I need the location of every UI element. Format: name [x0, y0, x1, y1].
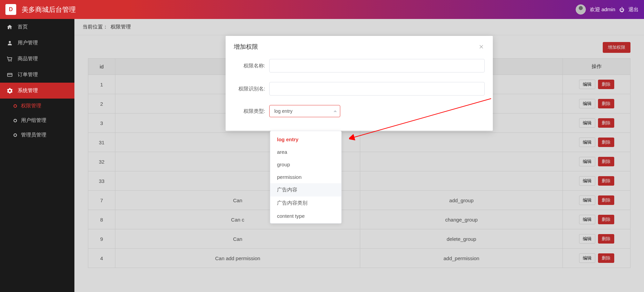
permission-type-select[interactable]: log entry	[269, 105, 340, 117]
sidebar-item-label: 商品管理	[18, 56, 38, 62]
dropdown-option[interactable]: 广告内容类别	[270, 196, 341, 210]
dropdown-option[interactable]: log entry	[270, 133, 341, 146]
sidebar: 首页 用户管理 商品管理 订单管理 系统管理	[0, 19, 74, 292]
power-icon[interactable]: ⏻	[619, 7, 624, 13]
sidebar-item-label: 用户管理	[18, 40, 38, 46]
dropdown-option[interactable]: 广告内容	[270, 183, 341, 196]
dropdown-option[interactable]: group	[270, 158, 341, 171]
dropdown-option[interactable]: area	[270, 146, 341, 158]
gear-icon	[7, 88, 13, 94]
welcome-text: 欢迎 admin	[590, 6, 615, 13]
sidebar-sub-label: 用户组管理	[21, 117, 46, 124]
permission-name-input[interactable]	[269, 59, 485, 72]
sidebar-item-label: 订单管理	[18, 71, 38, 78]
header-right: 欢迎 admin ⏻ 退出	[576, 4, 639, 15]
sidebar-sub-admins[interactable]: 管理员管理	[0, 128, 74, 142]
modal-title: 增加权限	[234, 43, 258, 51]
svg-point-2	[11, 61, 12, 61]
close-icon[interactable]	[478, 43, 485, 50]
app-logo: D	[5, 4, 16, 15]
dropdown-option[interactable]: 品牌	[270, 222, 341, 224]
home-icon	[7, 24, 13, 30]
circle-icon	[14, 104, 17, 108]
dropdown-option[interactable]: permission	[270, 171, 341, 183]
select-value: log entry	[274, 108, 293, 114]
sidebar-sub-permissions[interactable]: 权限管理	[0, 99, 74, 113]
avatar[interactable]	[576, 4, 586, 15]
name-label: 权限名称:	[234, 63, 269, 69]
logout-link[interactable]: 退出	[628, 6, 639, 13]
app-title: 美多商城后台管理	[22, 5, 576, 14]
circle-icon	[14, 119, 17, 122]
sidebar-item-orders[interactable]: 订单管理	[0, 67, 74, 83]
sidebar-sub-label: 管理员管理	[21, 132, 46, 138]
add-permission-modal: 增加权限 权限名称: 权限识别名: 权限类型:	[226, 36, 493, 131]
sidebar-item-users[interactable]: 用户管理	[0, 35, 74, 51]
card-icon	[7, 72, 13, 78]
svg-point-0	[9, 41, 11, 43]
permission-codename-input[interactable]	[269, 82, 485, 96]
chevron-up-icon	[334, 110, 337, 112]
type-dropdown: log entryareagrouppermission广告内容广告内容类别co…	[270, 131, 342, 224]
codename-label: 权限识别名:	[234, 86, 269, 92]
svg-rect-3	[7, 73, 12, 76]
main-content: 当前位置： 权限管理 增加权限 id 操作 1	[74, 19, 644, 292]
user-icon	[7, 40, 13, 46]
sidebar-sub-label: 权限管理	[21, 103, 41, 109]
app-header: D 美多商城后台管理 欢迎 admin ⏻ 退出	[0, 0, 644, 19]
type-label: 权限类型:	[234, 108, 269, 114]
dropdown-option[interactable]: content type	[270, 210, 341, 222]
svg-point-1	[9, 61, 9, 61]
sidebar-item-system[interactable]: 系统管理	[0, 83, 74, 99]
circle-icon	[14, 133, 17, 137]
sidebar-item-label: 首页	[18, 24, 28, 30]
sidebar-item-goods[interactable]: 商品管理	[0, 51, 74, 67]
sidebar-item-label: 系统管理	[18, 87, 38, 94]
sidebar-sub-groups[interactable]: 用户组管理	[0, 113, 74, 128]
sidebar-item-home[interactable]: 首页	[0, 19, 74, 35]
cart-icon	[7, 56, 13, 62]
